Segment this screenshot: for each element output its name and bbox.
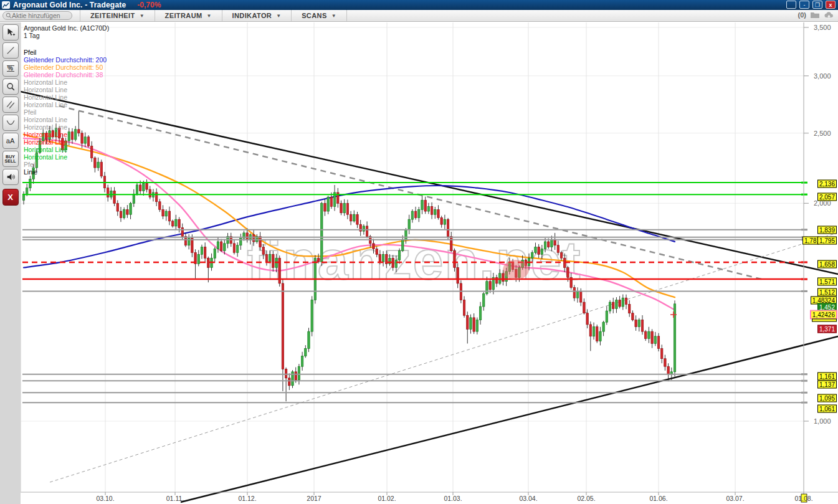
layout-count: (0) (798, 11, 806, 19)
folder-icon[interactable] (810, 11, 820, 19)
x-axis-tick-label: 03.10. (96, 495, 114, 502)
legend-item[interactable]: Pfeil (24, 108, 109, 116)
parallel-lines-tool[interactable] (2, 97, 19, 113)
maximize-button[interactable] (786, 1, 796, 9)
pointer-tool[interactable] (2, 24, 19, 40)
percent-retracement-tool[interactable]: % (2, 60, 19, 77)
chart-legend: Argonaut Gold Inc. (A1C70D) 1 Tag PfeilG… (24, 24, 109, 176)
price-level-label[interactable]: 1,658 (817, 260, 837, 269)
menu-indikator[interactable]: INDIKATOR▼ (222, 10, 292, 21)
magnifier-icon (6, 82, 16, 92)
highlight-ellipse[interactable] (503, 260, 529, 280)
x-axis-tick-label: 01.11. (166, 495, 184, 502)
legend-item[interactable]: Horizontal Line (24, 146, 109, 153)
candlestick-chart[interactable]: finanzen.net3,5003,0002,5002,0001,00003.… (0, 0, 838, 504)
menu-zeiteinheit[interactable]: ZEITEINHEIT▼ (80, 10, 155, 21)
x-axis-tick-label: 01.02. (378, 495, 396, 502)
legend-item[interactable]: Horizontal Line (24, 93, 109, 101)
price-level-label[interactable]: 1,371 (817, 325, 837, 333)
chevron-down-icon: ▼ (331, 13, 336, 19)
x-axis-tick-label: 01.06. (649, 495, 667, 502)
price-level-label[interactable]: 1,061 (817, 405, 837, 413)
chevron-down-icon: ▼ (207, 13, 212, 19)
app-chart-icon (2, 1, 10, 9)
remove-chart-button[interactable]: X (2, 189, 19, 206)
legend-item[interactable]: Pfeil (24, 49, 109, 56)
curve-icon (6, 118, 16, 128)
legend-item[interactable]: Horizontal Line (24, 86, 109, 93)
chevron-down-icon: ▼ (140, 13, 145, 19)
legend-item[interactable]: Horizontal Line (24, 131, 109, 138)
legend-item[interactable]: Linie (24, 168, 109, 176)
price-level-label[interactable]: 2,136 (817, 180, 837, 188)
percent-icon: % (7, 65, 14, 72)
search-icon (6, 12, 12, 19)
trendline-tool[interactable] (2, 42, 19, 59)
window-title: Argonaut Gold Inc. - Tradegate (13, 1, 126, 9)
price-level-label[interactable]: 1,839 (817, 226, 837, 234)
curve-tool[interactable] (2, 115, 19, 131)
price-level-label[interactable]: 1,512 (817, 288, 837, 297)
cursor-plus-icon (6, 27, 16, 37)
price-level-label[interactable]: 1,42426 (811, 311, 837, 319)
menu-bar: ZEITEINHEIT▼ZEITRAUM▼INDIKATOR▼SCANS▼ (0… (0, 10, 838, 22)
partial-price-label[interactable] (812, 319, 837, 322)
price-level-label[interactable]: 1,781 (802, 237, 819, 245)
y-axis-tick-label: 3,000 (814, 72, 831, 80)
legend-instrument: Argonaut Gold Inc. (A1C70D) (24, 24, 109, 32)
speaker-icon (6, 172, 16, 182)
app-window: finanzen.net3,5003,0002,5002,0001,00003.… (0, 0, 838, 504)
cloud-upload-icon[interactable] (824, 11, 834, 19)
legend-item[interactable]: Horizontal Line (24, 78, 109, 86)
zoom-tool[interactable] (2, 78, 19, 95)
x-axis-tick-label: 2017 (307, 495, 321, 502)
alert-tool[interactable] (2, 169, 19, 185)
chevron-down-icon: ▼ (276, 13, 281, 19)
drawing-toolbar: % aA BUY SELL (0, 22, 21, 504)
price-level-label[interactable]: 1,571 (817, 278, 837, 286)
legend-item[interactable]: Horizontal Line (24, 123, 109, 131)
legend-item[interactable]: Horizontal Line (24, 138, 109, 146)
price-level-label[interactable]: 1,137 (817, 381, 837, 389)
menu-scans[interactable]: SCANS▼ (292, 10, 346, 21)
x-axis-tick-label: 01.03. (444, 495, 462, 502)
price-change-percent: -0,70% (137, 1, 161, 9)
buy-sell-tool[interactable]: BUY SELL (2, 151, 19, 167)
menu-label: ZEITRAUM (165, 12, 202, 19)
legend-item[interactable]: Horizontal Line (24, 153, 109, 161)
stock-search-box[interactable] (2, 11, 72, 20)
legend-item[interactable]: Pfeil (24, 161, 109, 168)
legend-item[interactable]: Gleitender Durchschnitt: 200 (24, 56, 109, 64)
menu-items: ZEITEINHEIT▼ZEITRAUM▼INDIKATOR▼SCANS▼ (80, 10, 347, 21)
text-tool-icon: aA (6, 137, 14, 145)
price-level-label[interactable]: 2,057 (817, 193, 837, 201)
svg-text:finanzen.net: finanzen.net (247, 229, 581, 291)
parallel-lines-icon (6, 100, 16, 110)
restore-button[interactable]: ❐ (812, 1, 822, 9)
menu-zeitraum[interactable]: ZEITRAUM▼ (155, 10, 222, 21)
legend-item[interactable]: Gleitender Durchschnitt: 50 (24, 64, 109, 71)
legend-timeframe: 1 Tag (24, 32, 109, 39)
line-icon (6, 45, 16, 55)
menu-label: INDIKATOR (232, 12, 272, 19)
search-input[interactable] (12, 12, 69, 19)
minimize-button[interactable]: - (799, 1, 809, 9)
close-window-button[interactable]: x (826, 1, 836, 9)
x-axis-tick-label: 01.12. (238, 495, 256, 502)
price-level-label[interactable]: 1,095 (817, 394, 837, 402)
x-axis-tick-label: 01.08. (794, 495, 812, 502)
legend-item[interactable]: Horizontal Line (24, 101, 109, 108)
text-tool[interactable]: aA (2, 133, 19, 149)
x-axis-tick-label: 02.05. (577, 495, 595, 502)
price-level-label[interactable]: 1,161 (817, 373, 837, 381)
x-axis-tick-label: 03.07. (726, 495, 744, 502)
legend-item[interactable]: Gleitender Durchschnitt: 38 (24, 71, 109, 78)
menu-label: SCANS (302, 12, 327, 19)
y-axis-tick-label: 3,500 (814, 24, 831, 31)
legend-item[interactable]: Horizontal Line (24, 116, 109, 123)
finanzen-watermark: finanzen.net (247, 229, 581, 291)
price-level-label[interactable]: 1,795 (817, 237, 837, 245)
y-axis-tick-label: 2,500 (814, 130, 831, 137)
y-axis-tick-label: 1,000 (814, 417, 831, 425)
buy-sell-icon: BUY SELL (5, 155, 16, 163)
